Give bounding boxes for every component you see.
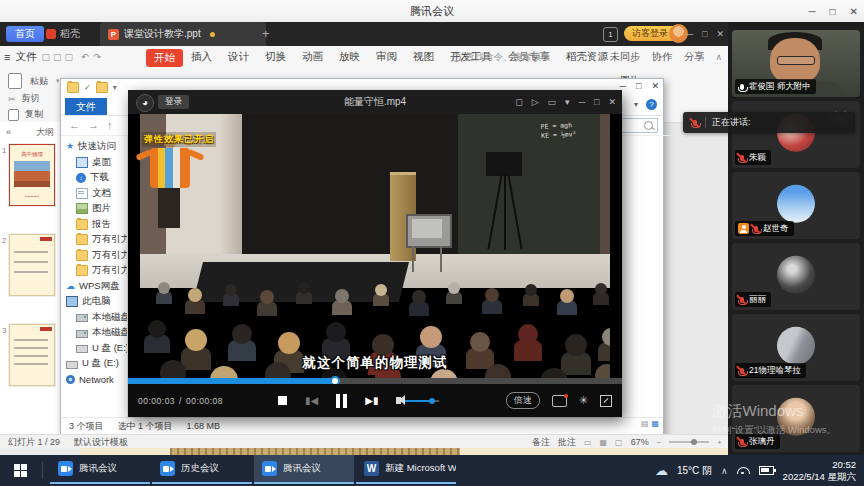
participant-tile[interactable]: 丽丽 (732, 243, 860, 310)
quick-access-toolbar[interactable]: ▢▢▢ (41, 52, 76, 62)
pause-button[interactable] (336, 394, 347, 408)
sidebar-item[interactable]: ↓下载 (61, 170, 127, 186)
help-icon[interactable]: ? (646, 99, 657, 110)
battery-icon[interactable] (759, 466, 774, 475)
paste-icon[interactable] (8, 73, 22, 89)
explorer-file-tab[interactable]: 文件 (65, 98, 107, 115)
panel-collapse-icon[interactable]: « (6, 127, 11, 137)
sidebar-item[interactable]: 万有引力教案 (61, 248, 127, 264)
sidebar-item[interactable]: ☁WPS网盘 (61, 279, 127, 295)
more-icon[interactable]: ⋮ (698, 52, 707, 62)
settings-gear-icon[interactable]: ✳ (579, 394, 588, 407)
sidebar-item[interactable]: U 盘 (E:) (61, 356, 127, 372)
volume-control[interactable] (396, 397, 439, 404)
tab-view[interactable]: 视图 (405, 46, 442, 68)
tab-slideshow[interactable]: 放映 (331, 46, 368, 68)
wps-home-tab[interactable]: 首页 (6, 26, 44, 42)
cast-icon[interactable]: ▷ (532, 97, 539, 107)
normal-view-icon[interactable]: ▭ (584, 438, 592, 447)
participant-tile[interactable]: 张璃丹 (732, 385, 860, 452)
tab-review[interactable]: 审阅 (368, 46, 405, 68)
slide-thumb-3[interactable]: 3 (9, 324, 55, 386)
new-folder-icon[interactable] (96, 82, 108, 93)
wps-minimize-icon[interactable]: ─ (687, 29, 693, 39)
player-titlebar[interactable]: ◕ 登录 能量守恒.mp4 ◻ ▷ ▭ ▾ ─ □ ✕ (128, 90, 622, 114)
screenshot-icon[interactable] (552, 395, 567, 407)
clock[interactable]: 20:52 2022/5/14 星期六 (783, 459, 856, 483)
taskbar-app-meeting-1[interactable]: 腾讯会议 (50, 455, 150, 484)
back-icon[interactable]: ← (69, 119, 80, 131)
stop-button[interactable] (278, 396, 287, 405)
slide-sorter-icon[interactable]: ▦ (600, 438, 608, 447)
start-button[interactable] (0, 455, 40, 486)
play-view-icon[interactable]: ▢ (615, 438, 623, 447)
sidebar-item[interactable]: 报告 (61, 217, 127, 233)
wifi-icon[interactable] (737, 467, 750, 474)
tray-expand-icon[interactable]: ∧ (721, 466, 728, 476)
video-viewport[interactable]: PE = mgh KE = ½mv² 弹性效果已开启 (128, 114, 622, 378)
participant-tile[interactable]: 赵世奇 (732, 172, 860, 239)
paste-label[interactable]: 粘贴 (30, 75, 48, 88)
explorer-maximize-icon[interactable]: □ (636, 81, 641, 91)
player-maximize-icon[interactable]: □ (594, 97, 599, 107)
collapse-ribbon-icon[interactable]: ∧ (715, 52, 722, 62)
sidebar-item[interactable]: 图片 (61, 201, 127, 217)
weather-text[interactable]: 15°C 阴 (677, 464, 712, 478)
menu-chevron-icon[interactable]: ▾ (565, 97, 570, 107)
taskbar-app-word[interactable]: W新建 Microsoft W (356, 455, 456, 484)
forward-icon[interactable]: → (88, 119, 99, 131)
sidebar-item[interactable]: Network (61, 372, 127, 388)
tab-animation[interactable]: 动画 (294, 46, 331, 68)
wps-restore-icon[interactable]: □ (702, 29, 707, 39)
thumb-view-icon[interactable]: ▦ (651, 419, 659, 428)
sidebar-item[interactable]: 万有引力课件 (61, 263, 127, 279)
sidebar-item[interactable]: 本地磁盘 (D:) (61, 325, 127, 341)
speed-button[interactable]: 倍速 (506, 392, 540, 409)
qat-dropdown-icon[interactable]: ▾ (113, 83, 117, 92)
zoom-in-icon[interactable]: + (717, 438, 722, 447)
sidebar-item[interactable]: 万有引力导学案 (61, 232, 127, 248)
wps-docer-tab[interactable]: 稻壳 (46, 26, 80, 42)
next-button[interactable]: ▶▮ (365, 395, 378, 406)
player-close-icon[interactable]: ✕ (608, 97, 616, 107)
tab-home[interactable]: 开始 (146, 49, 183, 67)
sidebar-item[interactable]: 本地磁盘 (C:) (61, 310, 127, 326)
zoom-percent[interactable]: 67% (631, 437, 649, 447)
properties-icon[interactable]: ✓ (84, 83, 91, 92)
up-icon[interactable]: ↑ (107, 119, 113, 131)
explorer-close-icon[interactable]: ✕ (651, 81, 659, 91)
taskbar-app-history[interactable]: 历史会议 (152, 455, 252, 484)
wps-file-menu[interactable]: ≡文件 ▢▢▢ ↶ ↷ (4, 46, 101, 68)
sync-status-button[interactable]: 未同步 (610, 50, 640, 64)
tab-transition[interactable]: 切换 (257, 46, 294, 68)
template-name[interactable]: 默认设计模板 (74, 436, 128, 449)
undo-icon[interactable]: ↶ (81, 52, 89, 62)
list-view-icon[interactable]: ▤ (641, 419, 649, 428)
tab-design[interactable]: 设计 (220, 46, 257, 68)
zoom-out-icon[interactable]: − (657, 438, 662, 447)
weather-cloud-icon[interactable]: ☁ (655, 463, 668, 478)
sidebar-item[interactable]: U 盘 (E:) (61, 341, 127, 357)
copy-icon[interactable] (8, 109, 19, 121)
sidebar-item[interactable]: ★快速访问 (61, 139, 127, 155)
cut-label[interactable]: 剪切 (22, 92, 40, 105)
player-minimize-icon[interactable]: ─ (579, 97, 585, 107)
folder-icon[interactable] (67, 82, 79, 93)
slide-thumb-2[interactable]: 2 (9, 234, 55, 296)
wps-search-box[interactable]: 查找命令、搜索模板 (452, 49, 570, 65)
open-file-icon[interactable]: ▭ (548, 97, 557, 107)
sidebar-item[interactable]: 桌面 (61, 155, 127, 171)
participant-tile[interactable]: 21物理喻琴拉 (732, 314, 860, 381)
copy-label[interactable]: 复制 (25, 108, 43, 121)
minimize-icon[interactable]: ─ (808, 6, 815, 17)
fullscreen-icon[interactable] (600, 395, 612, 407)
collab-button[interactable]: 协作 (652, 50, 672, 64)
outline-tab[interactable]: 大纲 (36, 126, 54, 139)
wps-document-tab[interactable]: P 课堂设计教学.ppt (100, 22, 266, 46)
cut-icon[interactable]: ✂ (8, 94, 16, 104)
previous-button[interactable]: ▮◀ (305, 395, 318, 406)
sidebar-item[interactable]: 此电脑 (61, 294, 127, 310)
maximize-icon[interactable]: □ (830, 6, 836, 17)
redo-icon[interactable]: ↷ (93, 52, 101, 62)
window-count-badge[interactable]: 1 (603, 27, 618, 42)
